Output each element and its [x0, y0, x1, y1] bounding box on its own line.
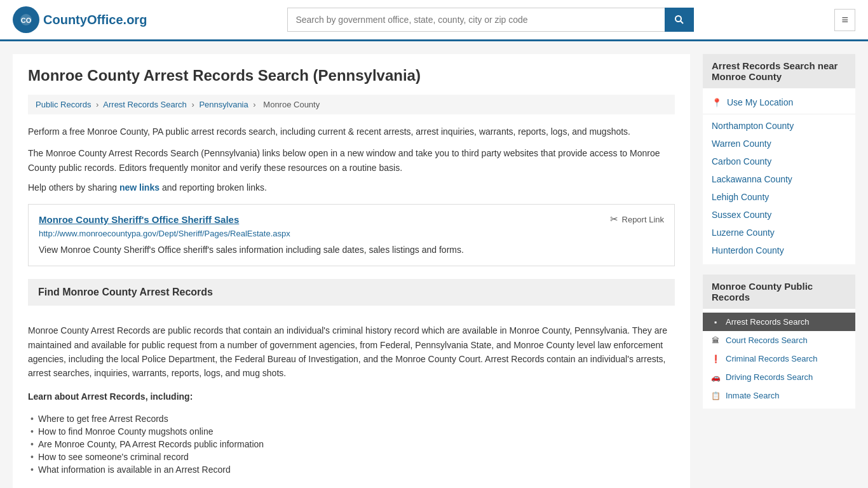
breadcrumb-current: Monroe County — [263, 100, 320, 109]
nearby-counties-list: Northampton CountyWarren CountyCarbon Co… — [703, 117, 855, 259]
logo-area[interactable]: CO CountyOffice.org — [13, 6, 147, 33]
use-my-location-item[interactable]: 📍 Use My Location — [703, 93, 855, 111]
pr-item-label: Arrest Records Search — [726, 317, 810, 327]
nearby-header: Arrest Records Search near Monroe County — [703, 54, 855, 88]
intro-paragraph-1: Perform a free Monroe County, PA public … — [28, 125, 675, 139]
breadcrumb-arrest-records[interactable]: Arrest Records Search — [103, 100, 187, 109]
find-section-title: Find Monroe County Arrest Records — [38, 287, 213, 297]
main-container: Monroe County Arrest Records Search (Pen… — [0, 41, 868, 488]
public-record-item[interactable]: 📋Inmate Search — [703, 386, 855, 405]
public-record-item[interactable]: 🏛Court Records Search — [703, 331, 855, 349]
nearby-county-link[interactable]: Northampton County — [712, 121, 794, 131]
report-link-button[interactable]: ✂ Report Link — [610, 214, 664, 225]
search-bar — [287, 8, 694, 32]
svg-point-3 — [675, 16, 681, 22]
nearby-county-item[interactable]: Sussex County — [703, 206, 855, 224]
public-records-list: ▪Arrest Records Search🏛Court Records Sea… — [703, 309, 855, 409]
svg-text:CO: CO — [21, 17, 32, 24]
new-links-link[interactable]: new links — [119, 182, 159, 193]
public-record-item[interactable]: ▪Arrest Records Search — [703, 313, 855, 331]
nearby-county-item[interactable]: Lehigh County — [703, 188, 855, 206]
nearby-county-item[interactable]: Carbon County — [703, 152, 855, 170]
svg-line-4 — [681, 21, 683, 24]
nearby-county-link[interactable]: Lehigh County — [712, 192, 769, 202]
find-section-header: Find Monroe County Arrest Records — [28, 279, 675, 306]
find-section-body: Monroe County Arrest Records are public … — [28, 316, 675, 484]
learn-list-item: Where to get free Arrest Records — [28, 412, 675, 425]
nearby-county-link[interactable]: Carbon County — [712, 156, 771, 166]
search-button[interactable] — [665, 8, 694, 32]
breadcrumb: Public Records › Arrest Records Search ›… — [28, 95, 675, 114]
nearby-county-link[interactable]: Warren County — [712, 139, 771, 149]
pr-item-link[interactable]: Criminal Records Search — [726, 354, 818, 363]
record-title-link[interactable]: Monroe County Sheriff's Office Sheriff S… — [39, 214, 239, 225]
page-title: Monroe County Arrest Records Search (Pen… — [28, 67, 675, 85]
pr-item-icon: 🏛 — [710, 336, 721, 345]
site-header: CO CountyOffice.org ≡ — [0, 0, 868, 41]
find-section-text: Monroe County Arrest Records are public … — [28, 323, 675, 381]
nearby-box: Arrest Records Search near Monroe County… — [703, 54, 855, 264]
nearby-county-item[interactable]: Northampton County — [703, 117, 855, 135]
public-records-box: Monroe County Public Records ▪Arrest Rec… — [703, 274, 855, 409]
nearby-county-link[interactable]: Luzerne County — [712, 227, 775, 238]
nearby-list: 📍 Use My Location Northampton CountyWarr… — [703, 88, 855, 264]
nearby-county-item[interactable]: Luzerne County — [703, 224, 855, 241]
location-icon: 📍 — [712, 98, 722, 107]
scissors-icon: ✂ — [610, 214, 618, 225]
logo-text: CountyOffice.org — [43, 13, 147, 27]
public-record-item[interactable]: ❗Criminal Records Search — [703, 349, 855, 368]
nearby-county-item[interactable]: Hunterdon County — [703, 241, 855, 259]
learn-list-item: How to find Monroe County mugshots onlin… — [28, 425, 675, 438]
use-my-location-link[interactable]: Use My Location — [727, 97, 793, 107]
pr-item-icon: 📋 — [710, 391, 721, 400]
logo-icon: CO — [13, 6, 39, 33]
intro-paragraph-2: The Monroe County Arrest Records Search … — [28, 146, 675, 175]
learn-title: Learn about Arrest Records, including: — [28, 390, 675, 403]
pr-item-icon: 🚗 — [710, 373, 721, 382]
pr-item-link[interactable]: Driving Records Search — [726, 372, 813, 382]
search-input[interactable] — [287, 8, 665, 32]
public-record-item[interactable]: 🚗Driving Records Search — [703, 368, 855, 386]
breadcrumb-public-records[interactable]: Public Records — [36, 100, 91, 109]
nearby-county-item[interactable]: Warren County — [703, 135, 855, 152]
pr-item-link[interactable]: Inmate Search — [726, 391, 780, 400]
help-text: Help others by sharing new links and rep… — [28, 182, 675, 193]
nearby-county-item[interactable]: Lackawanna County — [703, 170, 855, 188]
pr-item-icon: ▪ — [710, 318, 721, 327]
nearby-county-link[interactable]: Hunterdon County — [712, 245, 784, 255]
pr-item-icon: ❗ — [710, 355, 721, 363]
nearby-county-link[interactable]: Lackawanna County — [712, 174, 792, 184]
learn-list-item: How to see someone's criminal record — [28, 451, 675, 463]
record-card-header: Monroe County Sheriff's Office Sheriff S… — [39, 214, 664, 225]
public-records-header: Monroe County Public Records — [703, 274, 855, 309]
breadcrumb-pennsylvania[interactable]: Pennsylvania — [199, 100, 248, 109]
learn-list-item: What information is available in an Arre… — [28, 463, 675, 476]
record-url: http://www.monroecountypa.gov/Dept/Sheri… — [39, 229, 664, 238]
record-card: Monroe County Sheriff's Office Sheriff S… — [28, 204, 675, 266]
learn-list-item: Are Monroe County, PA Arrest Records pub… — [28, 438, 675, 451]
record-description: View Monroe County Sheriff's Office sher… — [39, 243, 664, 257]
main-content: Monroe County Arrest Records Search (Pen… — [13, 54, 690, 488]
nearby-county-link[interactable]: Sussex County — [712, 210, 771, 220]
sidebar: Arrest Records Search near Monroe County… — [703, 54, 855, 488]
menu-button[interactable]: ≡ — [834, 9, 855, 31]
learn-list: Where to get free Arrest RecordsHow to f… — [28, 412, 675, 476]
pr-item-link[interactable]: Court Records Search — [726, 336, 808, 345]
